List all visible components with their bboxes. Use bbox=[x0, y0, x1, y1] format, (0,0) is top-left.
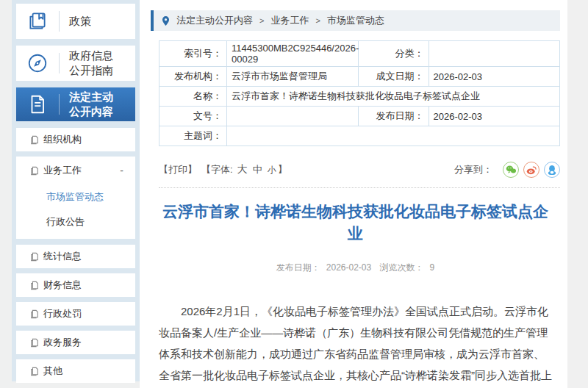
sidebar-item-gov-service[interactable]: 政务服务 bbox=[16, 331, 135, 354]
sidebar-card-label: 政府信息公开指南 bbox=[69, 48, 119, 79]
meta-value: 云浮市市场监督管理局 bbox=[227, 67, 359, 87]
article-body: 2026年2月1日，《化妆品电子标签管理办法》全国试点正式启动。云浮市化妆品备案… bbox=[159, 301, 554, 388]
document-icon bbox=[16, 93, 59, 115]
page-icon bbox=[30, 309, 39, 319]
table-row: 主题词： bbox=[159, 126, 560, 146]
breadcrumb-item-business[interactable]: 业务工作 bbox=[270, 14, 309, 27]
font-size-large-button[interactable]: 大 bbox=[237, 163, 248, 176]
page-icon bbox=[30, 135, 39, 145]
meta-label: 主题词： bbox=[159, 126, 227, 146]
breadcrumb-separator: > bbox=[259, 16, 264, 25]
left-gutter bbox=[0, 0, 12, 388]
table-row: 文号： 发布日期： 2026-02-03 bbox=[159, 107, 560, 126]
meta-label: 发布机构： bbox=[159, 67, 227, 87]
sidebar-item-finance[interactable]: 财务信息 bbox=[16, 273, 135, 297]
table-row: 发布机构： 云浮市市场监督管理局 成文日期： 2026-02-03 bbox=[159, 67, 560, 87]
article-title: 云浮市首家！诗桦诺生物科技获批化妆品电子标签试点企业 bbox=[161, 201, 550, 245]
meta-label: 分类： bbox=[358, 41, 429, 67]
sidebar-item-label: 组织机构 bbox=[43, 133, 82, 146]
sidebar-item-label: 统计信息 bbox=[43, 250, 82, 263]
table-row: 名称： 云浮市首家！诗桦诺生物科技获批化妆品电子标签试点企业 bbox=[159, 87, 560, 107]
font-size-label-close: 】 bbox=[278, 163, 287, 176]
meta-value bbox=[227, 107, 359, 126]
sidebar-item-label: 业务工作 bbox=[43, 164, 82, 177]
divider bbox=[59, 11, 60, 32]
divider bbox=[159, 187, 560, 188]
sidebar-subitem-market-supervision[interactable]: 市场监管动态 bbox=[16, 184, 135, 209]
sidebar: 政策 政府信息公开指南 bbox=[12, 0, 140, 381]
sidebar-item-label: 其他 bbox=[43, 364, 62, 378]
table-row: 索引号： 11445300MB2C925446/2026-00029 分类： bbox=[159, 41, 560, 67]
views-count: 9 bbox=[430, 262, 435, 273]
publish-date: 2026-02-03 bbox=[326, 262, 371, 273]
sidebar-card-policy[interactable]: 政策 bbox=[16, 4, 135, 39]
font-size-label: 【字体: bbox=[201, 163, 233, 176]
sidebar-item-label: 政务服务 bbox=[43, 336, 82, 349]
font-size-medium-button[interactable]: 中 bbox=[253, 163, 262, 176]
share-bar: 分享到： bbox=[454, 162, 560, 178]
breadcrumb-separator: > bbox=[315, 16, 320, 25]
sidebar-item-business-work[interactable]: 业务工作 - bbox=[16, 157, 135, 184]
collapse-indicator[interactable]: - bbox=[120, 165, 123, 176]
wechat-icon[interactable] bbox=[503, 162, 519, 178]
breadcrumb: 法定主动公开内容 > 业务工作 > 市场监管动态 bbox=[151, 10, 560, 31]
article-paragraph: 2026年2月1日，《化妆品电子标签管理办法》全国试点正式启动。云浮市化妆品备案… bbox=[159, 301, 554, 388]
sidebar-card-statutory-disclosure[interactable]: 法定主动公开内容 bbox=[16, 87, 135, 121]
meta-label: 成文日期： bbox=[358, 67, 429, 87]
book-icon bbox=[16, 10, 59, 32]
location-pin-icon bbox=[161, 15, 171, 26]
sidebar-item-statistics[interactable]: 统计信息 bbox=[16, 245, 135, 268]
meta-value: 云浮市首家！诗桦诺生物科技获批化妆品电子标签试点企业 bbox=[227, 87, 560, 107]
qq-icon[interactable] bbox=[544, 162, 560, 178]
print-button[interactable]: 【打印】 bbox=[159, 163, 197, 176]
meta-label: 文号： bbox=[159, 107, 227, 126]
page-icon bbox=[30, 367, 39, 376]
meta-label: 名称： bbox=[159, 87, 227, 107]
views-label: 浏览次数： bbox=[380, 262, 424, 273]
meta-value bbox=[429, 41, 560, 67]
sidebar-item-penalty[interactable]: 行政处罚 bbox=[16, 302, 135, 326]
compass-icon bbox=[16, 52, 59, 74]
weibo-icon[interactable] bbox=[523, 162, 539, 178]
article-toolbar: 【打印】 【字体: 大 中 小 】 分享到： bbox=[159, 162, 560, 178]
share-label: 分享到： bbox=[454, 163, 492, 176]
sidebar-item-label: 财务信息 bbox=[43, 279, 82, 292]
divider bbox=[59, 94, 60, 115]
font-size-small-button[interactable]: 小 bbox=[268, 164, 276, 176]
document-meta-table: 索引号： 11445300MB2C925446/2026-00029 分类： 发… bbox=[159, 40, 560, 146]
publish-date-label: 发布日期： bbox=[276, 262, 320, 273]
sidebar-group-business: 业务工作 - 市场监管动态 行政公告 bbox=[16, 157, 135, 239]
sidebar-subitem-administrative-notice[interactable]: 行政公告 bbox=[16, 209, 135, 234]
meta-value: 2026-02-03 bbox=[429, 67, 560, 87]
meta-value bbox=[227, 126, 560, 146]
meta-label: 发布日期： bbox=[358, 107, 429, 126]
breadcrumb-item-market[interactable]: 市场监管动态 bbox=[327, 14, 384, 27]
meta-value: 11445300MB2C925446/2026-00029 bbox=[227, 41, 359, 67]
breadcrumb-item-statutory[interactable]: 法定主动公开内容 bbox=[176, 14, 253, 27]
page: 政策 政府信息公开指南 bbox=[0, 0, 588, 388]
page-icon bbox=[30, 281, 39, 290]
page-icon bbox=[30, 338, 39, 348]
sidebar-item-organization[interactable]: 组织机构 bbox=[16, 128, 135, 151]
article-meta: 发布日期：2026-02-03 浏览次数：9 bbox=[151, 262, 560, 274]
meta-label: 索引号： bbox=[159, 41, 227, 67]
sidebar-card-label: 法定主动公开内容 bbox=[69, 90, 119, 120]
right-gutter bbox=[567, 0, 588, 388]
sidebar-item-label: 行政处罚 bbox=[43, 307, 82, 320]
divider bbox=[59, 53, 60, 73]
page-icon bbox=[30, 166, 39, 176]
meta-value: 2026-02-03 bbox=[429, 107, 560, 126]
main-content: 法定主动公开内容 > 业务工作 > 市场监管动态 索引号： 11445300MB… bbox=[140, 0, 567, 388]
sidebar-card-label: 政策 bbox=[69, 14, 119, 29]
sidebar-card-guide[interactable]: 政府信息公开指南 bbox=[16, 46, 135, 81]
sidebar-item-other[interactable]: 其他 bbox=[16, 359, 135, 383]
page-icon bbox=[30, 252, 39, 262]
